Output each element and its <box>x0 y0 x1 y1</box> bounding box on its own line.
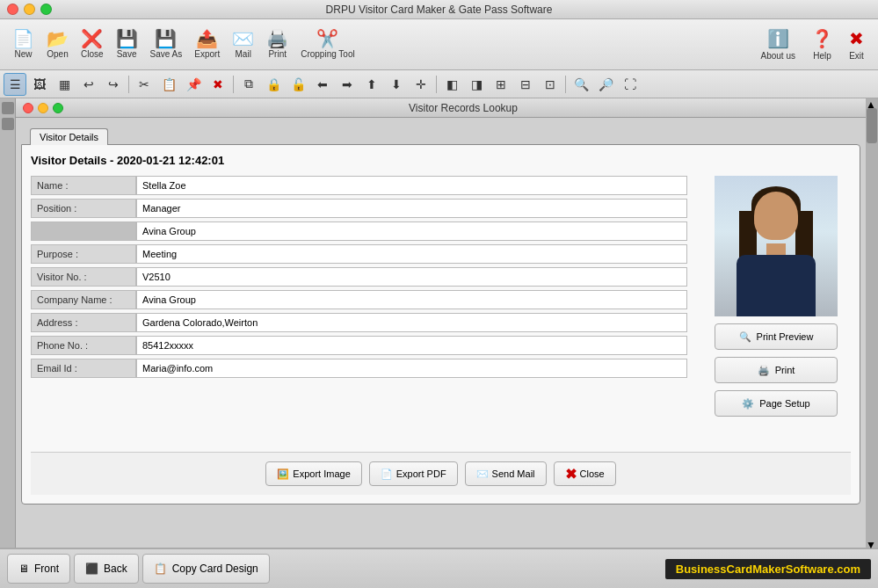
toolbar-open[interactable]: 📂 Open <box>41 28 74 61</box>
copy-card-icon: 📋 <box>154 563 167 575</box>
print-icon: 🖨️ <box>266 30 288 47</box>
page-setup-button[interactable]: ⚙️ Page Setup <box>715 390 838 417</box>
sec-btn-grid[interactable]: ⊞ <box>490 73 512 96</box>
bottom-buttons-area: 🖼️ Export Image 📄 Export PDF ✉️ Send Mai… <box>31 452 851 495</box>
sec-btn-copy2[interactable]: ⧉ <box>237 73 260 96</box>
sub-min-button[interactable] <box>38 103 48 113</box>
front-button[interactable]: 🖥 Front <box>7 554 70 584</box>
left-panel-icon-2[interactable] <box>2 118 14 130</box>
value-visitor-no: V2510 <box>136 267 687 287</box>
sub-close-button[interactable] <box>23 103 33 113</box>
page-setup-label: Page Setup <box>759 398 810 409</box>
toolbar-close[interactable]: ❌ Close <box>76 28 109 61</box>
sec-btn-grid2[interactable]: ⊟ <box>514 73 537 96</box>
sec-btn-barcode[interactable]: ▦ <box>53 73 76 96</box>
sub-max-button[interactable] <box>53 103 63 113</box>
sec-btn-ratio[interactable]: ⊡ <box>539 73 562 96</box>
sec-btn-fit[interactable]: ⛶ <box>619 73 642 96</box>
visitor-photo <box>715 176 838 316</box>
send-mail-label: Send Mail <box>492 468 535 479</box>
separator-4 <box>565 76 566 93</box>
sec-btn-image[interactable]: 🖼 <box>28 73 51 96</box>
toolbar-save-as[interactable]: 💾 Save As <box>145 28 188 61</box>
visitor-details-tab[interactable]: Visitor Details <box>30 128 108 145</box>
back-button[interactable]: ⬛ Back <box>74 554 139 584</box>
sec-btn-cut[interactable]: ✂ <box>133 73 156 96</box>
window-max-button[interactable] <box>40 4 52 15</box>
scrollbar-vertical[interactable]: ▲ ▼ <box>866 98 878 548</box>
brand-label: BusinessCardMakerSoftware.com <box>665 559 871 579</box>
sec-btn-select[interactable]: ☰ <box>4 73 26 96</box>
form-row-position: Position : Manager <box>31 199 687 218</box>
sec-btn-arrow-up[interactable]: ⬆ <box>360 73 383 96</box>
form-row-email: Email Id : Maria@info.com <box>31 359 687 378</box>
open-icon: 📂 <box>47 30 69 47</box>
sec-btn-delete[interactable]: ✖ <box>207 73 229 96</box>
toolbar-help[interactable]: ❓ Help <box>804 26 840 62</box>
sec-btn-paste[interactable]: 📌 <box>182 73 205 96</box>
toolbar-new[interactable]: 📄 New <box>7 28 40 61</box>
person-body <box>737 255 816 316</box>
save-as-label: Save As <box>150 49 183 59</box>
send-mail-button[interactable]: ✉️ Send Mail <box>465 461 547 486</box>
toolbar-save[interactable]: 💾 Save <box>111 28 143 61</box>
sec-btn-unlock[interactable]: 🔓 <box>287 73 309 96</box>
close-label: Close <box>81 49 104 59</box>
print-action-label: Print <box>775 365 795 375</box>
scroll-thumb[interactable] <box>867 108 877 143</box>
sec-btn-redo[interactable]: ↪ <box>102 73 125 96</box>
mail-icon: ✉️ <box>232 30 254 47</box>
footer: 🖥 Front ⬛ Back 📋 Copy Card Design Busine… <box>0 548 878 588</box>
scroll-arrow-up[interactable]: ▲ <box>866 98 878 107</box>
label-position: Position : <box>31 199 136 218</box>
export-image-button[interactable]: 🖼️ Export Image <box>265 461 361 486</box>
toolbar-mail[interactable]: ✉️ Mail <box>227 28 259 61</box>
close-icon: ❌ <box>81 30 103 47</box>
print-preview-button[interactable]: 🔍 Print Preview <box>715 323 838 350</box>
print-action-button[interactable]: 🖨️ Print <box>715 357 838 383</box>
separator-2 <box>233 76 234 93</box>
toolbar-exit[interactable]: ✖ Exit <box>842 26 871 62</box>
sec-btn-zoom-out[interactable]: 🔎 <box>594 73 617 96</box>
copy-card-button[interactable]: 📋 Copy Card Design <box>142 554 270 584</box>
close-dialog-button[interactable]: ✖ Close <box>554 461 616 486</box>
scroll-arrow-down[interactable]: ▼ <box>866 539 878 548</box>
value-company-name: Avina Group <box>136 290 687 309</box>
tab-area: Visitor Details <box>21 123 860 144</box>
form-row-address: Address : Gardena Colorado,Weirton <box>31 313 687 332</box>
sec-btn-copy[interactable]: 📋 <box>157 73 180 96</box>
toolbar-print[interactable]: 🖨️ Print <box>261 28 294 61</box>
toolbar-export[interactable]: 📤 Export <box>189 28 225 61</box>
toolbar-about[interactable]: ℹ️ About us <box>754 26 802 62</box>
open-label: Open <box>47 49 68 59</box>
sec-btn-arrow-left[interactable]: ⬅ <box>311 73 334 96</box>
crop-label: Cropping Tool <box>301 49 355 59</box>
sec-btn-arrow-down[interactable]: ⬇ <box>385 73 408 96</box>
export-pdf-button[interactable]: 📄 Export PDF <box>369 461 458 486</box>
window-min-button[interactable] <box>24 4 35 15</box>
window-controls[interactable] <box>7 4 52 15</box>
sec-btn-move[interactable]: ✛ <box>410 73 432 96</box>
new-icon: 📄 <box>12 30 34 47</box>
back-icon: ⬛ <box>85 563 98 575</box>
copy-card-label: Copy Card Design <box>172 563 258 575</box>
left-panel-icon-1[interactable] <box>2 102 14 114</box>
window-close-button[interactable] <box>7 4 18 15</box>
sec-btn-arrow-right[interactable]: ➡ <box>336 73 359 96</box>
toolbar-right: ℹ️ About us ❓ Help ✖ Exit <box>754 26 871 62</box>
form-spacer <box>31 381 687 452</box>
form-row-company-extra: Avina Group <box>31 221 687 241</box>
sec-btn-undo[interactable]: ↩ <box>77 73 100 96</box>
print-preview-label: Print Preview <box>757 331 814 342</box>
sec-btn-zoom-in[interactable]: 🔍 <box>570 73 592 96</box>
mail-label: Mail <box>236 49 251 59</box>
form-row-phone: Phone No. : 85412xxxxx <box>31 336 687 355</box>
sec-btn-align-left[interactable]: ◧ <box>440 73 463 96</box>
toolbar-crop[interactable]: ✂️ Cropping Tool <box>295 28 360 61</box>
form-row-name: Name : Stella Zoe <box>31 176 687 195</box>
sec-btn-lock[interactable]: 🔒 <box>262 73 285 96</box>
left-panel <box>0 98 16 548</box>
exit-label: Exit <box>849 51 864 61</box>
export-label: Export <box>194 49 220 59</box>
sec-btn-align-right[interactable]: ◨ <box>465 73 488 96</box>
